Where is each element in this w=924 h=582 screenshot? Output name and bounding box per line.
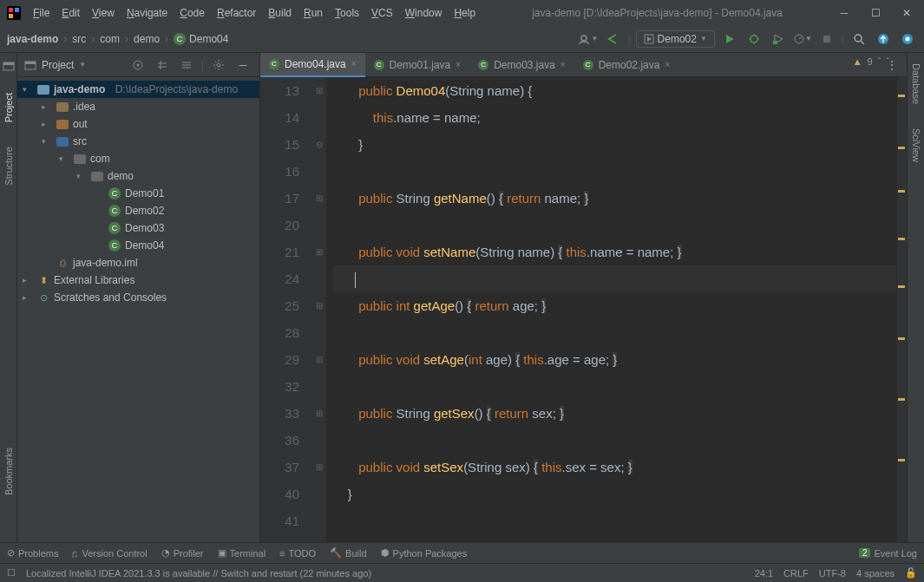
breadcrumb[interactable]: java-demo ›src ›com ›demo › C Demo04 (7, 33, 228, 45)
tree-folder-idea[interactable]: ▸.idea (17, 98, 259, 115)
menu-refactor[interactable]: Refactor (212, 3, 261, 23)
menu-tools[interactable]: Tools (330, 3, 364, 23)
code-line[interactable]: public void setSex(String sex) { this.se… (333, 454, 896, 481)
code-line[interactable]: public Demo04(String name) { (333, 77, 896, 104)
tree-ext-libraries[interactable]: ▸⬍External Libraries (17, 271, 259, 289)
chevron-down-icon[interactable]: ˇ (886, 56, 889, 67)
python-tab[interactable]: ⬢Python Packages (381, 547, 468, 559)
breadcrumb-project[interactable]: java-demo (7, 33, 58, 45)
tab-demo02-java[interactable]: CDemo02.java× (574, 53, 679, 77)
menu-help[interactable]: Help (449, 3, 481, 23)
code-area[interactable]: 1314151617202124252829323336374041 ⊞⊖⊞⊞⊞… (260, 77, 907, 542)
menu-vcs[interactable]: VCS (366, 3, 398, 23)
search-icon[interactable] (849, 29, 868, 49)
run-config-selector[interactable]: Demo02 ▼ (636, 30, 715, 48)
code-line[interactable]: public String getName() { return name; } (333, 185, 896, 212)
menu-run[interactable]: Run (298, 3, 328, 23)
back-build-icon[interactable] (603, 29, 622, 49)
problems-tab[interactable]: ⊘Problems (7, 547, 58, 559)
close-icon[interactable]: × (665, 60, 670, 69)
menu-view[interactable]: View (87, 3, 120, 23)
hide-icon[interactable]: ─ (233, 56, 252, 75)
caret-position[interactable]: 24:1 (755, 568, 773, 579)
terminal-tab[interactable]: ▣Terminal (218, 547, 266, 559)
tree-scratches[interactable]: ▸⊙Scratches and Consoles (17, 289, 259, 306)
code-line[interactable] (333, 265, 896, 292)
menu-build[interactable]: Build (263, 3, 297, 23)
coverage-button[interactable] (769, 29, 788, 49)
menu-window[interactable]: Window (400, 3, 448, 23)
code-line[interactable]: public void setAge(int age) { this.age =… (333, 346, 896, 373)
minimize-button[interactable]: ─ (834, 3, 855, 23)
tab-demo04-java[interactable]: CDemo04.java× (260, 53, 365, 77)
code-line[interactable] (333, 319, 896, 346)
code-line[interactable] (333, 427, 896, 454)
code-line[interactable] (333, 212, 896, 239)
sync-icon[interactable] (874, 29, 893, 49)
menu-file[interactable]: File (28, 3, 55, 23)
project-tooltab[interactable]: Project (3, 89, 14, 126)
maximize-button[interactable]: ☐ (865, 3, 886, 23)
profiler-tab[interactable]: ◔Profiler (161, 547, 204, 559)
expand-all-icon[interactable] (153, 56, 172, 75)
code-content[interactable]: public Demo04(String name) { this.name =… (326, 77, 896, 542)
code-line[interactable]: } (333, 131, 896, 158)
tree-root[interactable]: ▾ java-demo D:\IdeaProjects\java-demo (17, 81, 259, 98)
bookmarks-tooltab[interactable]: Bookmarks (3, 444, 14, 499)
close-icon[interactable]: × (560, 60, 566, 69)
todo-tab[interactable]: ≡TODO (279, 548, 316, 559)
tree-folder-out[interactable]: ▸out (17, 115, 259, 133)
tree-folder-demo[interactable]: ▾demo (17, 167, 259, 185)
code-line[interactable] (333, 158, 896, 185)
tree-class-demo01[interactable]: CDemo01 (17, 185, 259, 202)
run-button[interactable] (720, 29, 739, 49)
chevron-down-icon[interactable]: ▼ (79, 61, 86, 69)
fold-gutter[interactable]: ⊞⊖⊞⊞⊞⊞⊞⊞ (312, 77, 326, 542)
breadcrumb-current[interactable]: Demo04 (189, 33, 228, 45)
menu-navigate[interactable]: Navigate (121, 3, 173, 23)
close-button[interactable]: ✕ (896, 3, 917, 23)
status-message[interactable]: Localized IntelliJ IDEA 2021.3.3 is avai… (26, 568, 371, 579)
error-stripe[interactable] (896, 77, 907, 542)
tab-demo01-java[interactable]: CDemo01.java× (365, 53, 470, 77)
chevron-up-icon[interactable]: ˆ (878, 56, 881, 67)
database-tooltab[interactable]: Database (911, 60, 921, 108)
indent-setting[interactable]: 4 spaces (856, 568, 895, 579)
tree-folder-src[interactable]: ▾src (17, 133, 259, 150)
code-line[interactable]: this.name = name; (333, 104, 896, 131)
code-line[interactable]: public void setName(String name) { this.… (333, 239, 896, 265)
code-line[interactable] (333, 507, 896, 534)
tree-class-demo03[interactable]: CDemo03 (17, 219, 259, 237)
profile-button[interactable]: ▼ (793, 29, 812, 49)
close-icon[interactable]: × (455, 60, 461, 69)
debug-button[interactable] (744, 29, 763, 49)
tree-class-demo02[interactable]: CDemo02 (17, 202, 259, 219)
sciview-tooltab[interactable]: SciView (911, 125, 921, 166)
line-gutter[interactable]: 1314151617202124252829323336374041 (260, 77, 312, 542)
menu-edit[interactable]: Edit (56, 3, 85, 23)
build-tab[interactable]: 🔨Build (330, 547, 366, 559)
gear-icon[interactable] (209, 56, 228, 75)
tree-folder-com[interactable]: ▾com (17, 150, 259, 167)
close-icon[interactable]: × (351, 59, 357, 69)
file-encoding[interactable]: UTF-8 (819, 568, 846, 579)
code-line[interactable] (333, 373, 896, 400)
line-separator[interactable]: CRLF (783, 568, 809, 579)
readonly-lock-icon[interactable]: 🔓 (905, 567, 917, 579)
eventlog-tab[interactable]: 2Event Log (859, 548, 917, 559)
stop-button[interactable] (817, 29, 836, 49)
code-line[interactable]: public int getAge() { return age; } (333, 292, 896, 319)
collapse-all-icon[interactable] (177, 56, 196, 75)
vcs-tab[interactable]: ⎌Version Control (72, 548, 147, 559)
ide-updates-icon[interactable] (898, 29, 917, 49)
code-line[interactable]: } (333, 481, 896, 507)
tree-class-demo04[interactable]: CDemo04 (17, 237, 259, 254)
inspection-widget[interactable]: ▲ 9 ˆ ˇ (853, 56, 889, 67)
tab-demo03-java[interactable]: CDemo03.java× (469, 53, 574, 77)
add-user-icon[interactable]: ▼ (579, 29, 598, 49)
structure-tooltab[interactable]: Structure (3, 143, 14, 189)
code-line[interactable]: public String getSex() { return sex; } (333, 400, 896, 427)
select-opened-icon[interactable] (128, 56, 147, 75)
menu-code[interactable]: Code (174, 3, 210, 23)
project-tool-icon[interactable] (3, 60, 15, 72)
